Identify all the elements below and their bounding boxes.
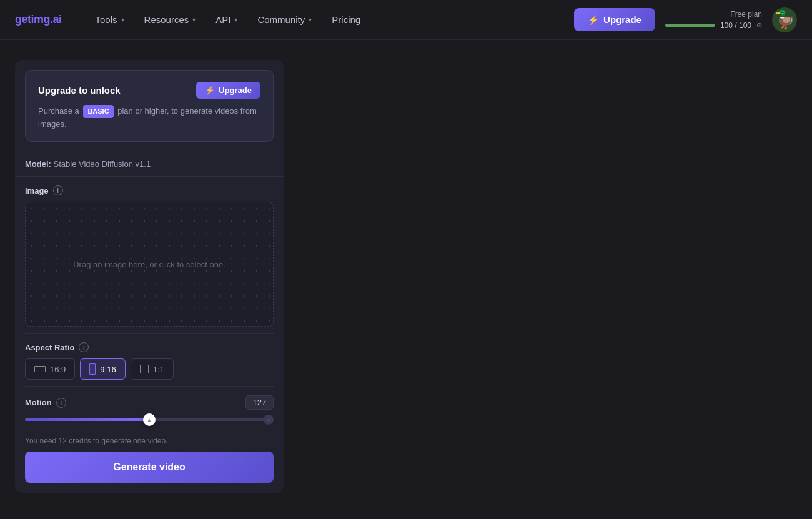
upgrade-button-label: Upgrade — [603, 14, 641, 25]
upgrade-banner-header: Upgrade to unlock ⚡ Upgrade — [38, 82, 260, 99]
nav-right: ⚡ Upgrade Free plan 100 / 100 ⊘ 🦆 — [574, 7, 797, 32]
aspect-ratio-label: Aspect Ratio i — [25, 342, 274, 352]
bolt-icon: ⚡ — [588, 15, 598, 25]
model-value: Stable Video Diffusion v1.1 — [54, 159, 151, 169]
motion-info-icon[interactable]: i — [56, 398, 66, 408]
motion-value: 127 — [245, 395, 274, 410]
motion-slider-container: ○ — [25, 416, 274, 423]
plan-credits: 100 / 100 — [720, 21, 751, 30]
navbar: getimg.ai Tools ▾ Resources ▾ API ▾ Comm… — [0, 0, 812, 40]
nav-label-community: Community — [257, 14, 305, 25]
nav-item-api[interactable]: API ▾ — [207, 9, 246, 30]
plan-label: Free plan — [730, 10, 762, 19]
avatar-image: 🦆 — [774, 9, 796, 30]
motion-slider-track: ○ — [25, 418, 274, 421]
plan-total: 100 — [739, 21, 751, 30]
nav-label-tools: Tools — [96, 14, 117, 25]
upgrade-banner-button[interactable]: ⚡ Upgrade — [196, 82, 260, 99]
motion-section: Motion i 127 ○ — [25, 387, 274, 430]
motion-label: Motion i — [25, 398, 66, 408]
aspect-ratio-info-icon[interactable]: i — [79, 342, 89, 352]
plan-current: 100 — [720, 21, 733, 30]
plan-progress-fill — [665, 24, 715, 27]
aspect-ratio-section: Aspect Ratio i 16:9 9:16 — [25, 334, 274, 387]
aspect-thumb-1-1 — [140, 365, 149, 373]
upgrade-banner-text: Purchase a BASIC plan or higher, to gene… — [38, 105, 260, 130]
nav-label-api: API — [215, 14, 230, 25]
aspect-thumb-9-16 — [89, 363, 96, 375]
motion-header: Motion i 127 — [25, 395, 274, 410]
aspect-label-16-9: 16:9 — [50, 365, 66, 374]
upgrade-banner-button-label: Upgrade — [219, 86, 252, 95]
bolt-icon-banner: ⚡ — [205, 86, 215, 95]
credits-note: You need 12 credits to generate one vide… — [25, 430, 274, 452]
nav-links: Tools ▾ Resources ▾ API ▾ Community ▾ Pr… — [87, 9, 575, 30]
aspect-thumb-16-9 — [34, 366, 46, 372]
generate-video-button[interactable]: Generate video — [25, 452, 274, 483]
aspect-ratio-label-text: Aspect Ratio — [25, 343, 74, 352]
plan-credits-icon: ⊘ — [756, 21, 762, 29]
logo[interactable]: getimg.ai — [15, 13, 62, 26]
chevron-down-icon: ▾ — [121, 16, 124, 23]
aspect-options: 16:9 9:16 1:1 — [25, 358, 274, 380]
banner-text-before: Purchase a — [38, 106, 79, 116]
aspect-option-9-16[interactable]: 9:16 — [80, 358, 125, 380]
motion-label-text: Motion — [25, 398, 52, 407]
image-field-section: Image i Drag an image here, or click to … — [25, 177, 274, 334]
upgrade-banner: Upgrade to unlock ⚡ Upgrade Purchase a B… — [25, 70, 274, 142]
nav-item-pricing[interactable]: Pricing — [323, 9, 369, 30]
form-body: Image i Drag an image here, or click to … — [15, 177, 284, 493]
aspect-rect-icon — [140, 365, 149, 373]
upgrade-banner-title: Upgrade to unlock — [38, 85, 121, 96]
model-label: Model: — [25, 159, 51, 169]
chevron-down-icon: ▾ — [192, 16, 196, 23]
aspect-rect-icon — [34, 366, 46, 372]
main-content: Upgrade to unlock ⚡ Upgrade Purchase a B… — [0, 40, 812, 513]
image-info-icon[interactable]: i — [53, 185, 63, 195]
avatar[interactable]: 🦆 — [772, 7, 797, 32]
motion-slider-thumb[interactable] — [143, 413, 156, 426]
nav-item-tools[interactable]: Tools ▾ — [87, 9, 133, 30]
image-label-text: Image — [25, 186, 49, 195]
panel: Upgrade to unlock ⚡ Upgrade Purchase a B… — [15, 60, 284, 493]
nav-item-community[interactable]: Community ▾ — [249, 9, 320, 30]
upgrade-button[interactable]: ⚡ Upgrade — [574, 8, 655, 31]
aspect-label-9-16: 9:16 — [100, 365, 116, 374]
aspect-option-1-1[interactable]: 1:1 — [131, 358, 174, 380]
aspect-option-16-9[interactable]: 16:9 — [25, 358, 75, 380]
model-row: Model: Stable Video Diffusion v1.1 — [15, 152, 284, 177]
dropzone-text: Drag an image here, or click to select o… — [73, 260, 225, 269]
generate-button-label: Generate video — [113, 462, 186, 472]
chevron-down-icon: ▾ — [234, 16, 237, 23]
image-dropzone[interactable]: Drag an image here, or click to select o… — [25, 202, 274, 327]
nav-item-resources[interactable]: Resources ▾ — [136, 9, 205, 30]
plan-info: Free plan 100 / 100 ⊘ — [665, 10, 762, 30]
nav-label-pricing: Pricing — [332, 14, 360, 25]
aspect-label-1-1: 1:1 — [153, 365, 164, 374]
image-field-label: Image i — [25, 185, 274, 195]
aspect-rect-icon — [89, 363, 96, 375]
nav-label-resources: Resources — [144, 14, 189, 25]
basic-badge: BASIC — [83, 105, 113, 118]
plan-progress-track — [665, 24, 715, 27]
motion-slider-end-icon: ○ — [264, 415, 274, 425]
chevron-down-icon: ▾ — [309, 16, 312, 23]
logo-text: getimg.ai — [15, 13, 62, 26]
plan-separator: / — [735, 21, 736, 30]
motion-slider-fill — [25, 418, 149, 421]
plan-bar-row: 100 / 100 ⊘ — [665, 21, 762, 30]
